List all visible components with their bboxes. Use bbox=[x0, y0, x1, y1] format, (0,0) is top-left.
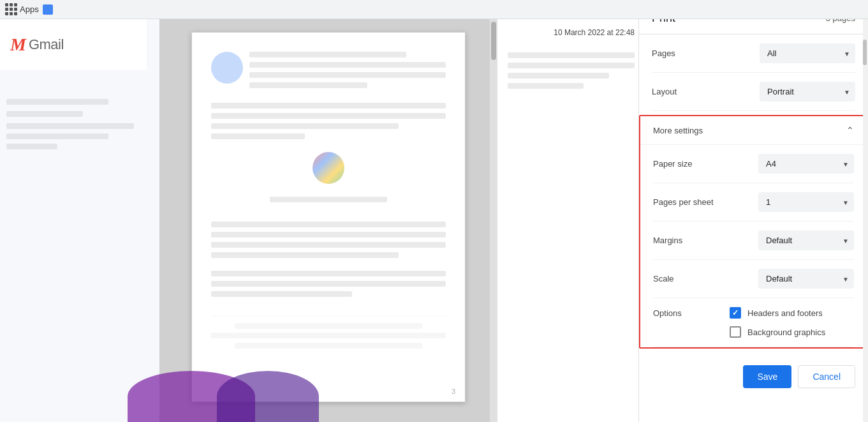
margins-select-wrapper[interactable]: Default None Minimum Custom ▼ bbox=[758, 230, 854, 250]
more-settings-section: More settings ⌃ Paper size A4 Letter Leg… bbox=[639, 115, 868, 349]
cancel-button[interactable]: Cancel bbox=[798, 365, 855, 388]
pages-setting-row: Pages All Custom ▼ bbox=[652, 34, 855, 73]
pages-select-wrapper[interactable]: All Custom ▼ bbox=[760, 43, 855, 63]
background-graphics-checkbox[interactable] bbox=[730, 326, 741, 338]
top-bar: Apps bbox=[0, 0, 868, 19]
gmail-header: M Gmail bbox=[0, 19, 147, 70]
margins-row: Margins Default None Minimum Custom ▼ bbox=[653, 222, 854, 260]
headers-footers-check-item[interactable]: Headers and footers bbox=[730, 307, 825, 319]
layout-setting-row: Layout Portrait Landscape ▼ bbox=[652, 73, 855, 111]
pages-label: Pages bbox=[652, 49, 728, 58]
options-checks: Headers and footers Background graphics bbox=[730, 307, 825, 338]
chevron-up-icon: ⌃ bbox=[846, 125, 854, 135]
scale-select-wrapper[interactable]: Default Custom Fit to width Fit to page … bbox=[758, 269, 854, 289]
save-button[interactable]: Save bbox=[743, 365, 791, 388]
options-row: Options Headers and footers Background g… bbox=[653, 298, 854, 347]
scale-label: Scale bbox=[653, 274, 730, 283]
margins-select[interactable]: Default None Minimum Custom bbox=[758, 230, 854, 250]
scale-select[interactable]: Default Custom Fit to width Fit to page bbox=[758, 269, 854, 289]
print-actions: Save Cancel bbox=[639, 352, 868, 401]
print-panel-scrollbar-thumb bbox=[863, 40, 867, 65]
gmail-title: Gmail bbox=[29, 36, 64, 53]
purple-decoration-2 bbox=[217, 371, 319, 422]
paper-size-label: Paper size bbox=[653, 159, 730, 169]
email-timestamp: 10 March 2022 at 22:48 bbox=[497, 19, 645, 46]
pages-per-sheet-row: Pages per sheet 1 2 4 ▼ bbox=[653, 183, 854, 222]
layout-label: Layout bbox=[652, 87, 728, 96]
paper-size-select[interactable]: A4 Letter Legal bbox=[758, 154, 854, 174]
print-panel-scrollbar[interactable] bbox=[863, 0, 868, 422]
print-settings: Pages All Custom ▼ Layout Portrait Lands… bbox=[639, 34, 868, 111]
document-page: 3 bbox=[191, 32, 466, 402]
paper-size-select-wrapper[interactable]: A4 Letter Legal ▼ bbox=[758, 154, 854, 174]
right-email-bg: 10 March 2022 at 22:48 bbox=[497, 19, 645, 422]
more-settings-header[interactable]: More settings ⌃ bbox=[640, 116, 867, 145]
favicon bbox=[43, 4, 53, 15]
background-graphics-label: Background graphics bbox=[747, 328, 825, 337]
headers-footers-checkbox[interactable] bbox=[730, 307, 741, 319]
doc-scrollbar[interactable] bbox=[490, 19, 497, 422]
margins-label: Margins bbox=[653, 236, 730, 245]
apps-label[interactable]: Apps bbox=[20, 4, 39, 14]
pages-per-sheet-label: Pages per sheet bbox=[653, 197, 730, 207]
pages-per-sheet-select[interactable]: 1 2 4 bbox=[758, 192, 854, 212]
more-settings-content: Paper size A4 Letter Legal ▼ Pages per s… bbox=[640, 145, 867, 347]
more-settings-label: More settings bbox=[653, 126, 703, 135]
layout-select[interactable]: Portrait Landscape bbox=[760, 82, 855, 102]
headers-footers-label: Headers and footers bbox=[747, 308, 823, 318]
layout-select-wrapper[interactable]: Portrait Landscape ▼ bbox=[760, 82, 855, 102]
pages-per-sheet-select-wrapper[interactable]: 1 2 4 ▼ bbox=[758, 192, 854, 212]
scale-row: Scale Default Custom Fit to width Fit to… bbox=[653, 260, 854, 298]
print-panel: Print 3 pages Pages All Custom ▼ Layout … bbox=[638, 0, 868, 422]
background-graphics-check-item[interactable]: Background graphics bbox=[730, 326, 825, 338]
paper-size-row: Paper size A4 Letter Legal ▼ bbox=[653, 145, 854, 183]
doc-preview-area: 3 bbox=[159, 19, 497, 422]
pages-select[interactable]: All Custom bbox=[760, 43, 855, 63]
apps-grid-icon bbox=[5, 3, 17, 15]
options-label: Options bbox=[653, 307, 730, 318]
gmail-logo-m: M bbox=[10, 34, 26, 55]
